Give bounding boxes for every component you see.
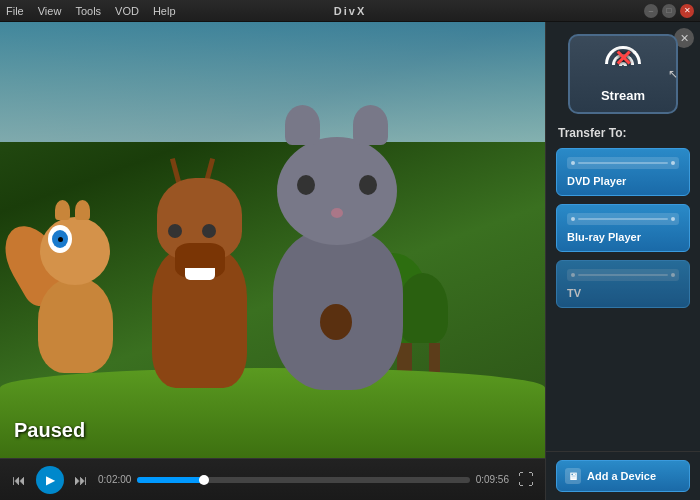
device-line-2 bbox=[578, 218, 668, 220]
controls-bar: ⏮ ▶ ⏭ 0:02:00 0:09:56 ⛶ bbox=[0, 458, 545, 500]
stream-icon: ✕ bbox=[603, 46, 643, 82]
video-panel: Paused ⏮ ▶ ⏭ 0:02:00 0:09:56 ⛶ bbox=[0, 22, 545, 500]
menu-view[interactable]: View bbox=[38, 5, 62, 17]
progress-thumb bbox=[199, 475, 209, 485]
character-right bbox=[255, 160, 420, 390]
titlebar: File View Tools VOD Help DivX – □ ✕ bbox=[0, 0, 700, 22]
device-line bbox=[578, 162, 668, 164]
device-icon-dvd bbox=[567, 157, 679, 169]
fast-forward-button[interactable]: ⏭ bbox=[70, 469, 92, 491]
window-controls: – □ ✕ bbox=[644, 4, 694, 18]
device-item-dvd[interactable]: DVD Player bbox=[556, 148, 690, 196]
maximize-button[interactable]: □ bbox=[662, 4, 676, 18]
device-name-bluray: Blu-ray Player bbox=[567, 231, 641, 243]
device-name-dvd: DVD Player bbox=[567, 175, 626, 187]
device-item-bluray[interactable]: Blu-ray Player bbox=[556, 204, 690, 252]
menu-tools[interactable]: Tools bbox=[75, 5, 101, 17]
device-line-3 bbox=[578, 274, 668, 276]
background-tree-3 bbox=[420, 273, 448, 383]
device-dot bbox=[571, 161, 575, 165]
add-device-label: Add a Device bbox=[587, 470, 656, 482]
minimize-button[interactable]: – bbox=[644, 4, 658, 18]
device-dot-2 bbox=[671, 161, 675, 165]
menu-vod[interactable]: VOD bbox=[115, 5, 139, 17]
menu-file[interactable]: File bbox=[6, 5, 24, 17]
rewind-button[interactable]: ⏮ bbox=[8, 469, 30, 491]
video-container[interactable]: Paused bbox=[0, 22, 545, 458]
character-squirrel bbox=[20, 203, 130, 373]
device-icon-extra bbox=[567, 269, 679, 281]
right-panel: ✕ ✕ Stream ↖ Transfer To: bbox=[545, 22, 700, 500]
stream-button[interactable]: ✕ Stream ↖ bbox=[568, 34, 678, 114]
character-middle bbox=[130, 168, 270, 388]
cursor: ↖ bbox=[668, 67, 678, 81]
device-item-extra[interactable]: TV bbox=[556, 260, 690, 308]
monitor-icon: 🖥 bbox=[568, 471, 578, 482]
progress-fill bbox=[137, 477, 203, 483]
app-title: DivX bbox=[334, 5, 366, 17]
device-dot-4 bbox=[671, 217, 675, 221]
add-device-area: 🖥 Add a Device bbox=[546, 451, 700, 500]
time-current: 0:02:00 bbox=[98, 474, 131, 485]
paused-status: Paused bbox=[14, 419, 85, 442]
video-frame: Paused bbox=[0, 22, 545, 458]
main-area: Paused ⏮ ▶ ⏭ 0:02:00 0:09:56 ⛶ ✕ bbox=[0, 22, 700, 500]
device-dot-6 bbox=[671, 273, 675, 277]
menu-help[interactable]: Help bbox=[153, 5, 176, 17]
play-button[interactable]: ▶ bbox=[36, 466, 64, 494]
add-device-button[interactable]: 🖥 Add a Device bbox=[556, 460, 690, 492]
stream-label: Stream bbox=[601, 88, 645, 103]
fullscreen-button[interactable]: ⛶ bbox=[515, 469, 537, 491]
menu-bar: File View Tools VOD Help bbox=[6, 5, 176, 17]
add-device-icon: 🖥 bbox=[565, 468, 581, 484]
transfer-to-label: Transfer To: bbox=[546, 122, 700, 148]
device-name-extra: TV bbox=[567, 287, 581, 299]
device-dot-5 bbox=[571, 273, 575, 277]
device-dot-3 bbox=[571, 217, 575, 221]
close-button[interactable]: ✕ bbox=[680, 4, 694, 18]
sky-background bbox=[0, 22, 545, 142]
device-list: DVD Player Blu-ray Player TV bbox=[546, 148, 700, 451]
time-total: 0:09:56 bbox=[476, 474, 509, 485]
device-icon-bluray bbox=[567, 213, 679, 225]
progress-bar[interactable] bbox=[137, 477, 469, 483]
